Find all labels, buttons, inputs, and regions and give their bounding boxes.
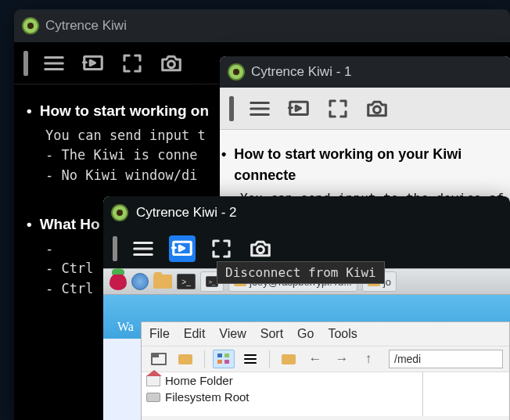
folder-tree: Home Folder Filesystem Root: [142, 372, 423, 416]
web-browser-icon[interactable]: [131, 273, 149, 290]
window-title: Cytrence Kiwi - 2: [136, 205, 236, 221]
toolbar-handle[interactable]: [23, 51, 28, 76]
file-manager-menubar: File Edit View Sort Go Tools: [142, 322, 509, 346]
kiwi-app-icon: [22, 17, 39, 34]
menu-file[interactable]: File: [149, 327, 170, 341]
section-heading: How to start working on your Kiwi connec…: [221, 144, 505, 186]
titlebar[interactable]: Cytrence Kiwi: [14, 9, 510, 42]
menu-tools[interactable]: Tools: [328, 327, 357, 341]
fullscreen-icon[interactable]: [325, 95, 351, 122]
window-title: Cytrence Kiwi: [45, 18, 127, 34]
nav-up-button[interactable]: ↑: [357, 350, 379, 368]
new-tab-button[interactable]: [148, 350, 170, 368]
file-manager-window: File Edit View Sort Go Tools ← → ↑: [141, 321, 510, 420]
menu-icon[interactable]: [41, 50, 67, 77]
svg-rect-10: [217, 360, 222, 364]
svg-rect-11: [224, 360, 229, 364]
raspberry-pi-menu-icon[interactable]: [110, 273, 127, 290]
svg-rect-8: [217, 354, 222, 357]
disconnect-tooltip: Disconnect from Kiwi: [217, 261, 385, 284]
camera-icon[interactable]: [247, 235, 274, 262]
fullscreen-icon[interactable]: [119, 50, 145, 77]
home-folder-icon: [146, 375, 160, 386]
svg-point-5: [257, 246, 264, 253]
svg-point-3: [374, 106, 381, 113]
svg-rect-9: [224, 354, 229, 357]
toolbar-handle[interactable]: [229, 96, 234, 121]
drive-icon: [146, 393, 160, 402]
window-title: Cytrence Kiwi - 1: [251, 64, 351, 80]
file-manager-toolbar: ← → ↑ /medi: [142, 346, 509, 372]
icon-view-button[interactable]: [213, 350, 235, 368]
titlebar[interactable]: Cytrence Kiwi - 1: [220, 56, 510, 88]
tree-item-home[interactable]: Home Folder: [142, 372, 422, 389]
tree-item-label: Filesystem Root: [165, 390, 250, 404]
connect-icon[interactable]: [286, 95, 312, 122]
path-input[interactable]: /medi: [389, 350, 503, 368]
camera-icon[interactable]: [158, 50, 185, 77]
desktop-text-fragment: Wa: [117, 320, 134, 334]
toolbar: [220, 88, 510, 130]
open-folder-button[interactable]: [174, 350, 196, 368]
nav-back-button[interactable]: ←: [304, 350, 326, 368]
fullscreen-icon[interactable]: [208, 235, 235, 262]
svg-rect-7: [152, 354, 159, 357]
terminal-icon[interactable]: >_: [177, 274, 196, 289]
kiwi-app-icon: [228, 63, 245, 81]
home-button[interactable]: [278, 350, 300, 368]
menu-edit[interactable]: Edit: [184, 327, 206, 341]
disconnect-icon[interactable]: [169, 235, 196, 262]
toolbar-handle[interactable]: [113, 236, 117, 261]
nav-forward-button[interactable]: →: [331, 350, 353, 368]
folder-content-pane[interactable]: [423, 372, 509, 416]
list-view-button[interactable]: [239, 350, 261, 368]
menu-icon[interactable]: [246, 95, 273, 122]
menu-go[interactable]: Go: [297, 327, 314, 341]
kiwi-app-icon: [111, 204, 128, 221]
file-manager-icon[interactable]: [153, 275, 172, 289]
connect-icon[interactable]: [80, 50, 106, 77]
menu-icon[interactable]: [130, 235, 156, 262]
tree-item-label: Home Folder: [165, 374, 233, 387]
menu-sort[interactable]: Sort: [260, 327, 283, 341]
menu-view[interactable]: View: [219, 327, 246, 341]
svg-point-1: [168, 60, 175, 67]
camera-icon[interactable]: [364, 95, 390, 122]
tree-item-root[interactable]: Filesystem Root: [142, 389, 422, 405]
window-kiwi-2: Cytrence Kiwi - 2 >_ >_ joey@raspberrypi…: [103, 196, 510, 420]
titlebar[interactable]: Cytrence Kiwi - 2: [103, 196, 510, 229]
